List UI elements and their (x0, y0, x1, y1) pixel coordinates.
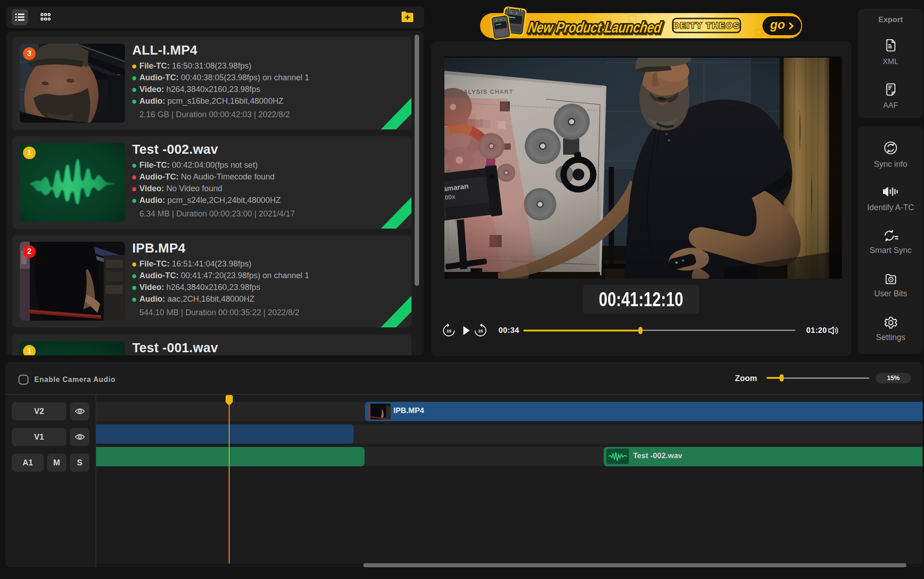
svg-text:15: 15 (447, 328, 452, 333)
svg-text:15: 15 (478, 328, 483, 333)
svg-text:New Product Launched: New Product Launched (527, 19, 663, 36)
svg-text:DEITY THEOS: DEITY THEOS (673, 21, 740, 30)
